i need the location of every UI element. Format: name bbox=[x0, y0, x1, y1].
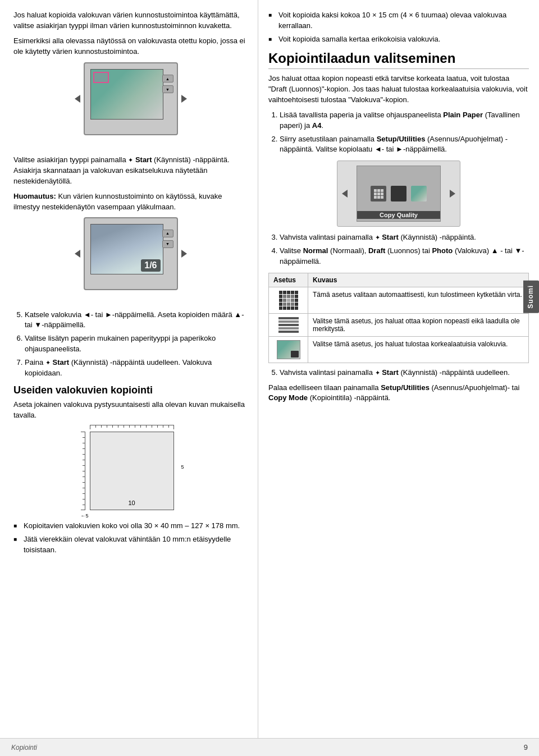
step-r1: Lisää tavallista paperia ja valitse ohja… bbox=[280, 110, 529, 131]
camera-photo-1 bbox=[91, 70, 163, 119]
step-7: Paina ✦ Start (Käynnistä) -näppäintä uud… bbox=[25, 358, 248, 379]
cam-btn-down: ▼ bbox=[162, 85, 173, 93]
cam-btn-down-2: ▼ bbox=[162, 240, 173, 248]
footer: Kopiointi 9 bbox=[0, 738, 539, 756]
camera-screen-2: 1/6 bbox=[90, 224, 163, 274]
measure-rect: 10 bbox=[90, 432, 174, 510]
setup-end-label: Setup/Utilities bbox=[381, 383, 430, 392]
section-para-kopiointilaatu: Jos haluat ottaa kopion nopeasti etkä ta… bbox=[268, 74, 529, 106]
footer-left-text: Kopiointi bbox=[11, 744, 37, 752]
start-label-r3: Start bbox=[382, 233, 399, 241]
bullet-list-left: Kopioitavien valokuvien koko voi olla 30… bbox=[13, 521, 248, 556]
selection-box bbox=[93, 72, 109, 83]
camera-buttons-2: ▲ ▼ bbox=[162, 230, 173, 248]
step-6: Valitse lisätyn paperin mukainen paperit… bbox=[25, 333, 248, 355]
start-sym-r3: ✦ bbox=[375, 234, 380, 241]
copy-mode-label: Copy Mode bbox=[268, 393, 308, 402]
left-para2: Esimerkiksi alla olevassa näytössä on va… bbox=[13, 36, 248, 57]
copy-quality-device: Copy Quality bbox=[342, 166, 455, 222]
table-row-2: Valitse tämä asetus, jos haluat ottaa ko… bbox=[269, 313, 529, 336]
start-sym-7: ✦ bbox=[45, 359, 51, 366]
step-r2: Siirry asetustilaan painamalla Setup/Uti… bbox=[280, 134, 529, 155]
table-desc-3: Valitse tämä asetus, jos haluat tulostaa… bbox=[308, 336, 529, 363]
bullet-item-2: Jätä vierekkäin olevat valokuvat vähintä… bbox=[13, 534, 248, 556]
plain-paper-label: Plain Paper bbox=[443, 111, 483, 119]
cam-btn-up-2: ▲ bbox=[162, 230, 173, 237]
a4-label: A4 bbox=[312, 121, 322, 130]
camera-screen-1 bbox=[90, 69, 163, 120]
nav-right-cq bbox=[450, 190, 455, 198]
step-r3: Vahvista valintasi painamalla ✦ Start (K… bbox=[280, 232, 529, 243]
counter-badge: 1/6 bbox=[141, 259, 160, 272]
steps-list-right-2: Vahvista valintasi painamalla ✦ Start (K… bbox=[268, 232, 529, 267]
bullet-right-1: Voit kopioida kaksi kokoa 10 × 15 cm (4 … bbox=[268, 10, 529, 31]
table-row-1: Tämä asetus valitaan automaattisesti, ku… bbox=[269, 287, 529, 313]
sidebar-tab-suomi: Suomi bbox=[523, 281, 539, 313]
table-desc-1: Tämä asetus valitaan automaattisesti, ku… bbox=[308, 287, 529, 313]
icon-normal bbox=[279, 291, 298, 310]
table-icon-3 bbox=[269, 336, 308, 363]
cam-btn-up: ▲ bbox=[162, 75, 173, 83]
bullet-item-1: Kopioitavien valokuvien koko voi olla 30… bbox=[13, 521, 248, 532]
photo-label: Photo bbox=[432, 246, 453, 255]
nav-left-icon-1 bbox=[75, 95, 80, 103]
col-asetus: Asetus bbox=[269, 273, 308, 287]
setup-utilities-label: Setup/Utilities bbox=[377, 135, 426, 143]
camera-device-2: 1/6 ▲ ▼ bbox=[84, 217, 178, 290]
steps-list-left: Katsele valokuvia ◄- tai ►-näppäimellä. … bbox=[13, 310, 248, 379]
start-label-r5: Start bbox=[382, 368, 399, 377]
camera-device-1: ▲ ▼ bbox=[84, 62, 178, 135]
step-r5: Vahvista valintasi painamalla ✦ Start (K… bbox=[280, 368, 529, 378]
nav-right-icon-2 bbox=[181, 250, 187, 258]
copy-quality-banner: Copy Quality bbox=[357, 211, 440, 219]
instruction1-text: Valitse asiakirjan tyyppi painamalla ✦ S… bbox=[13, 155, 248, 187]
right-column: Voit kopioida kaksi kokoa 10 × 15 cm (4 … bbox=[258, 0, 539, 756]
footer-page-number: 9 bbox=[524, 743, 528, 752]
settings-table: Asetus Kuvaus Tämä asetus bbox=[268, 273, 529, 363]
icon-draft bbox=[278, 317, 299, 333]
nav-left-icon-2 bbox=[75, 250, 80, 258]
step-5: Katsele valokuvia ◄- tai ►-näppäimellä. … bbox=[25, 310, 248, 331]
table-desc-2: Valitse tämä asetus, jos haluat ottaa ko… bbox=[308, 313, 529, 336]
draft-label: Draft bbox=[368, 246, 385, 255]
start-sym-r5: ✦ bbox=[375, 369, 380, 376]
steps-list-right-3: Vahvista valintasi painamalla ✦ Start (K… bbox=[268, 368, 529, 378]
section2-para: Aseta jokainen valokuva pystysuuntaisest… bbox=[13, 400, 248, 421]
cq-icon-2 bbox=[391, 186, 406, 201]
measurement-diagram: 10 5 ←5 bbox=[77, 425, 184, 517]
section2-title: Useiden valokuvien kopiointi bbox=[13, 384, 248, 396]
copy-quality-screen: Copy Quality bbox=[357, 166, 441, 222]
steps-list-right: Lisää tavallista paperia ja valitse ohja… bbox=[268, 110, 529, 155]
nav-right-icon-1 bbox=[181, 95, 187, 103]
col-kuvaus: Kuvaus bbox=[308, 273, 529, 287]
camera-illustration-1: ▲ ▼ bbox=[75, 62, 187, 149]
camera-illustration-2: 1/6 ▲ ▼ bbox=[75, 217, 187, 304]
bullet-right-2: Voit kopioida samalla kertaa erikokoisia… bbox=[268, 34, 529, 45]
left-para1: Jos haluat kopioida valokuvan värien kun… bbox=[13, 10, 248, 31]
nav-left-cq bbox=[342, 190, 348, 198]
start-sym-1: ✦ bbox=[128, 157, 133, 163]
start-label-7: Start bbox=[53, 358, 70, 366]
normal-label: Normal bbox=[303, 246, 328, 255]
cq-icon-1 bbox=[371, 186, 386, 201]
table-row-3: Valitse tämä asetus, jos haluat tulostaa… bbox=[269, 336, 529, 363]
left-column: Jos haluat kopioida valokuvan värien kun… bbox=[0, 0, 258, 756]
table-header-row: Asetus Kuvaus bbox=[269, 273, 529, 287]
section-title-kopiointilaatu: Kopiointilaadun valitseminen bbox=[268, 51, 529, 70]
para-end: Palaa edelliseen tilaan painamalla Setup… bbox=[268, 383, 529, 404]
bullet-list-right: Voit kopioida kaksi kokoa 10 × 15 cm (4 … bbox=[268, 10, 529, 45]
start-label-1: Start bbox=[135, 155, 152, 164]
note-text: Huomautus: Kun värien kunnostustoiminto … bbox=[13, 191, 248, 213]
camera-buttons-1: ▲ ▼ bbox=[162, 75, 173, 93]
measure-label-10: 10 bbox=[128, 500, 135, 506]
copy-quality-device-container: Copy Quality bbox=[337, 161, 460, 227]
page: Jos haluat kopioida valokuvan värien kun… bbox=[0, 0, 539, 756]
camera-photo-2: 1/6 bbox=[91, 224, 163, 274]
step-r4: Valitse Normal (Normaali), Draft (Luonno… bbox=[280, 246, 529, 267]
table-icon-2 bbox=[269, 313, 308, 336]
cq-icon-3 bbox=[411, 186, 427, 201]
measure-label-bottom: ←5 bbox=[81, 513, 89, 519]
measure-label-5-right: 5 bbox=[181, 464, 184, 470]
icon-photo bbox=[277, 340, 300, 359]
table-icon-1 bbox=[269, 287, 308, 313]
